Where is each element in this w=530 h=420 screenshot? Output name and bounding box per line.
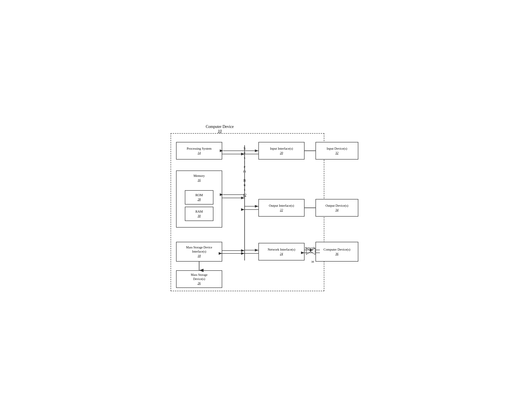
computer-devices-box: Computer Device(s) 36 bbox=[315, 242, 358, 261]
input-interfaces-box: Input Interface(s) 20 bbox=[258, 142, 305, 159]
memory-box: Memory 16 ROM 28 RAM 30 bbox=[176, 171, 222, 228]
input-devices-box: Input Device(s) 32 bbox=[315, 142, 358, 159]
network-num: 38 bbox=[311, 260, 314, 263]
computer-device-title: Computer Device 10 bbox=[206, 124, 234, 134]
diagram: Computer Device 10 Processing System 14 … bbox=[166, 120, 364, 300]
processing-system-box: Processing System 14 bbox=[176, 142, 222, 159]
network-interfaces-box: Network Interface(s) 24 bbox=[258, 243, 305, 261]
output-devices-box: Output Device(s) 34 bbox=[315, 199, 358, 217]
mass-storage-interface-box: Mass Storage Device Interface(s) 18 bbox=[176, 242, 222, 261]
network-label: Network bbox=[305, 246, 315, 250]
output-interfaces-box: Output Interface(s) 22 bbox=[258, 199, 305, 217]
rom-box: ROM 28 bbox=[185, 190, 213, 204]
system-bus-label: SystemBus 12 bbox=[239, 146, 250, 198]
mass-storage-device-box: Mass Storage Device(s) 26 bbox=[176, 270, 222, 288]
ram-box: RAM 30 bbox=[185, 207, 213, 221]
